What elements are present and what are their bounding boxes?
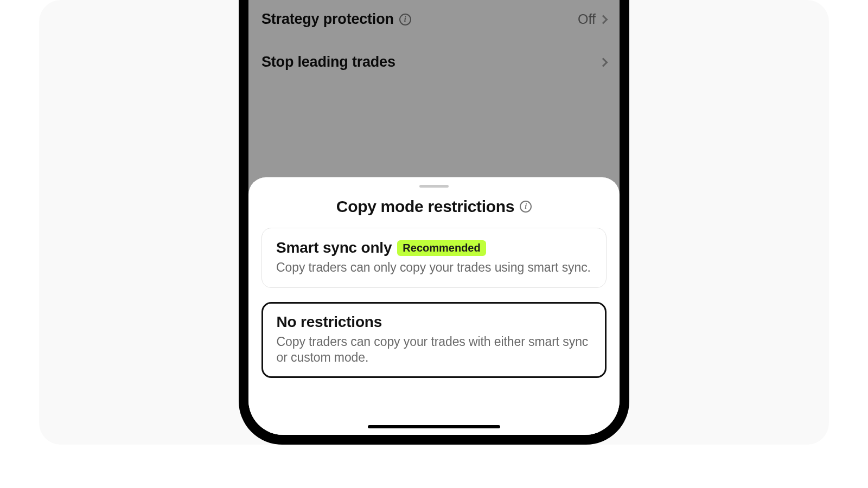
option-description: Copy traders can copy your trades with e… <box>277 334 592 365</box>
option-smart-sync-only[interactable]: Smart sync only Recommended Copy traders… <box>261 228 607 288</box>
info-icon[interactable]: i <box>520 201 532 213</box>
sheet-title-row: Copy mode restrictions i <box>261 197 607 216</box>
recommended-badge: Recommended <box>397 240 486 256</box>
option-header: Smart sync only Recommended <box>276 239 592 256</box>
sheet-grabber[interactable] <box>419 185 449 188</box>
device-bezel: Strategy protection i Off Stop leading t… <box>239 0 629 445</box>
option-no-restrictions[interactable]: No restrictions Copy traders can copy yo… <box>261 302 607 378</box>
sheet-title: Copy mode restrictions <box>336 197 514 216</box>
option-title: No restrictions <box>277 313 382 331</box>
home-indicator[interactable] <box>368 425 500 428</box>
option-header: No restrictions <box>277 313 592 331</box>
option-title: Smart sync only <box>276 239 392 256</box>
option-description: Copy traders can only copy your trades u… <box>276 260 592 275</box>
device-screen: Strategy protection i Off Stop leading t… <box>248 0 620 435</box>
app-frame: Strategy protection i Off Stop leading t… <box>39 0 829 445</box>
bottom-sheet-copy-mode: Copy mode restrictions i Smart sync only… <box>248 177 620 435</box>
